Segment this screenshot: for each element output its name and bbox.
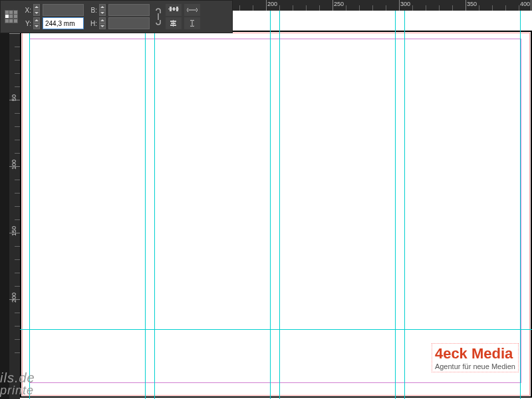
distribute-horizontal-icon[interactable] [184, 4, 200, 16]
watermark-text: printe [0, 384, 34, 398]
reference-point-selector[interactable] [5, 10, 18, 23]
transform-control-bar: X: Y: B: [0, 0, 233, 33]
x-input[interactable] [43, 4, 84, 16]
height-label: H: [88, 20, 97, 27]
y-label: Y: [22, 20, 31, 27]
column-guide[interactable] [145, 0, 146, 399]
svg-rect-6 [171, 23, 176, 24]
w-spinner[interactable] [99, 4, 106, 16]
distribute-vertical-icon[interactable] [184, 17, 200, 29]
align-horizontal-icon[interactable] [166, 4, 182, 16]
logo-frame[interactable]: 4eck Media Agentur für neue Medien [432, 343, 519, 372]
spinner-down-icon[interactable] [99, 10, 106, 16]
logo-title: 4eck Media [435, 345, 515, 362]
column-guide[interactable] [279, 0, 280, 399]
column-guide[interactable] [404, 0, 405, 399]
ruler-tick-label: 200 [267, 1, 277, 7]
ruler-tick-label: 400 [520, 1, 530, 7]
workspace: 50 100 150 200 [0, 0, 532, 399]
column-guide[interactable] [520, 0, 521, 399]
row-guide[interactable] [20, 329, 532, 330]
align-distribute-group [166, 4, 200, 29]
column-guide[interactable] [270, 0, 271, 399]
svg-rect-1 [170, 7, 172, 11]
spinner-up-icon[interactable] [99, 17, 106, 23]
y-input[interactable] [43, 17, 84, 29]
spinner-up-icon[interactable] [33, 17, 40, 23]
position-fields: X: Y: [22, 4, 84, 29]
svg-rect-7 [170, 25, 176, 26]
svg-rect-2 [173, 7, 175, 11]
spinner-down-icon[interactable] [99, 23, 106, 29]
y-spinner[interactable] [33, 17, 40, 29]
spinner-down-icon[interactable] [33, 10, 40, 16]
margin-guide [29, 39, 521, 383]
column-guide[interactable] [395, 0, 396, 399]
svg-rect-5 [170, 21, 176, 22]
column-guide[interactable] [29, 0, 30, 399]
x-label: X: [22, 7, 31, 14]
ruler-tick-label: 150 [11, 226, 17, 236]
ruler-tick-label: 300 [400, 1, 410, 7]
ruler-tick-label: 350 [467, 1, 477, 7]
constrain-proportions-icon[interactable] [154, 4, 162, 29]
height-input[interactable] [108, 17, 150, 29]
vertical-ruler[interactable]: 50 100 150 200 [9, 0, 20, 399]
spinner-up-icon[interactable] [99, 4, 106, 10]
h-spinner[interactable] [99, 17, 106, 29]
column-guide[interactable] [154, 0, 155, 399]
svg-rect-3 [176, 7, 178, 11]
x-spinner[interactable] [33, 4, 40, 16]
ruler-tick-label: 250 [334, 1, 344, 7]
spinner-up-icon[interactable] [33, 4, 40, 10]
logo-tagline: Agentur für neue Medien [435, 362, 515, 370]
ruler-tick-label: 200 [11, 293, 17, 303]
left-panel-strip: 50 100 150 200 [0, 0, 20, 399]
spinner-down-icon[interactable] [33, 23, 40, 29]
width-input[interactable] [108, 4, 150, 16]
ruler-tick-label: 50 [11, 94, 17, 101]
size-fields: B: H: [88, 4, 150, 29]
width-label: B: [88, 7, 97, 14]
ruler-tick-label: 100 [11, 160, 17, 170]
align-vertical-icon[interactable] [166, 17, 182, 29]
